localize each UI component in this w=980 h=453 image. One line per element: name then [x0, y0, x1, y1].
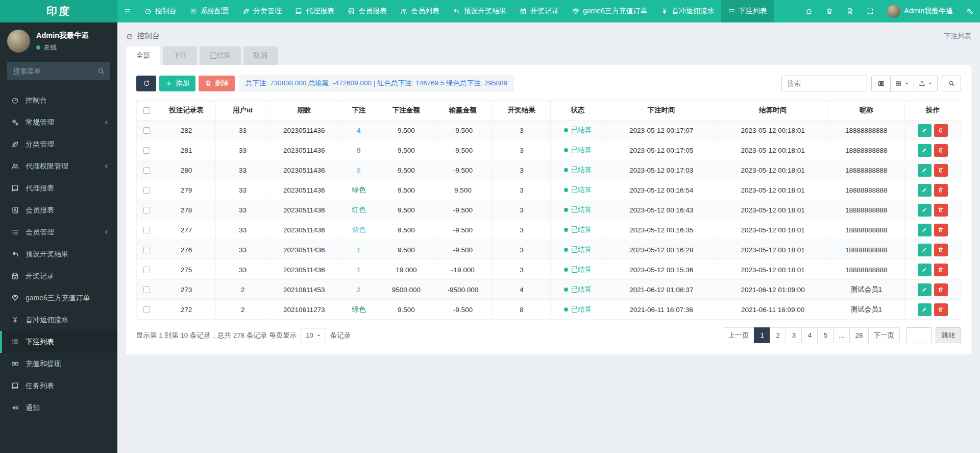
nav-item-agent-report[interactable]: 代理报表	[288, 0, 341, 22]
nav-item-game6-orders[interactable]: game6三方充值订单	[566, 0, 654, 22]
page-button-...[interactable]: ...	[833, 327, 850, 343]
page-button-上一页[interactable]: 上一页	[723, 327, 755, 343]
add-button[interactable]: 添加	[159, 76, 195, 91]
breadcrumb-left[interactable]: 控制台	[126, 31, 160, 41]
row-checkbox[interactable]	[143, 147, 150, 154]
nav-item-console[interactable]: 控制台	[138, 0, 183, 22]
sidebar-item-14[interactable]: 通知	[0, 397, 117, 419]
edit-button[interactable]	[918, 124, 932, 137]
delete-row-button[interactable]	[934, 264, 948, 276]
page-button-3[interactable]: 3	[786, 327, 802, 343]
cell-period: 20210611273	[270, 300, 338, 320]
page-button-4[interactable]: 4	[801, 327, 818, 343]
sidebar-item-8[interactable]: 开奖记录	[0, 265, 117, 287]
delete-row-button[interactable]	[934, 303, 948, 316]
tab-0[interactable]: 全部	[126, 46, 160, 65]
sidebar-item-3[interactable]: 代理权限管理	[0, 155, 117, 177]
edit-button[interactable]	[918, 164, 932, 177]
edit-button[interactable]	[918, 283, 932, 296]
row-checkbox[interactable]	[143, 167, 150, 174]
row-checkbox[interactable]	[143, 207, 150, 213]
delete-row-button[interactable]	[934, 144, 948, 157]
nav-item-first-charge[interactable]: 首冲返佣流水	[654, 0, 721, 22]
user-status-label: 在线	[44, 43, 57, 52]
page-size-select[interactable]: 10	[301, 328, 326, 343]
sidebar-item-5[interactable]: 会员报表	[0, 199, 117, 221]
nav-item-bet-list[interactable]: 下注列表	[721, 0, 774, 22]
edit-button[interactable]	[918, 244, 932, 256]
row-checkbox[interactable]	[143, 227, 150, 233]
sidebar-item-11[interactable]: 下注列表	[0, 331, 117, 353]
jump-page-input[interactable]	[906, 327, 932, 343]
nav-item-system-config[interactable]: 系统配置	[183, 0, 236, 22]
cache-button[interactable]	[840, 0, 860, 22]
tab-3[interactable]: 取消	[243, 46, 278, 65]
page-button-下一页[interactable]: 下一页	[868, 327, 900, 343]
settings-button[interactable]	[960, 0, 980, 22]
row-checkbox[interactable]	[143, 306, 150, 313]
nav-item-preset-result[interactable]: 预设开奖结果	[446, 0, 513, 22]
gem-icon	[572, 8, 579, 15]
edit-button[interactable]	[918, 204, 932, 217]
sidebar-item-12[interactable]: 充值和提现	[0, 353, 117, 375]
row-checkbox[interactable]	[143, 287, 150, 293]
edit-button[interactable]	[918, 303, 932, 316]
delete-row-button[interactable]	[934, 164, 948, 177]
row-checkbox[interactable]	[143, 187, 150, 194]
export-dropdown-button[interactable]	[914, 76, 938, 91]
status-badge: 已结算	[564, 146, 592, 155]
edit-button[interactable]	[918, 144, 932, 157]
trash-button[interactable]	[819, 0, 840, 22]
sidebar-item-2[interactable]: 分类管理	[0, 133, 117, 155]
sidebar-item-9[interactable]: game6三方充值订单	[0, 287, 117, 309]
sidebar-item-0[interactable]: 控制台	[0, 89, 117, 111]
sidebar-item-6[interactable]: 会员管理	[0, 221, 117, 243]
nav-item-member-list[interactable]: 会员列表	[394, 0, 446, 22]
delete-row-button[interactable]	[934, 124, 948, 137]
refresh-button[interactable]	[136, 76, 156, 91]
avatar	[7, 30, 30, 53]
search-button[interactable]	[942, 76, 961, 91]
row-checkbox[interactable]	[143, 267, 150, 273]
delete-row-button[interactable]	[934, 204, 948, 217]
sidebar-item-7[interactable]: 预设开奖结果	[0, 243, 117, 265]
delete-row-button[interactable]	[934, 244, 948, 256]
sidebar-item-1[interactable]: 常规管理	[0, 111, 117, 133]
nav-item-member-report[interactable]: 会员报表	[341, 0, 394, 22]
delete-row-button[interactable]	[934, 184, 948, 197]
sidebar-item-4[interactable]: 代理报表	[0, 177, 117, 199]
edit-button[interactable]	[918, 264, 932, 276]
nav-item-label: 控制台	[155, 7, 177, 16]
sidebar-item-10[interactable]: 首冲返佣流水	[0, 309, 117, 331]
cell-bet_time: 2021-06-12 01:06:37	[605, 280, 718, 300]
page-button-5[interactable]: 5	[817, 327, 834, 343]
sidebar-search-input[interactable]	[7, 62, 110, 80]
row-checkbox[interactable]	[143, 247, 150, 253]
edit-button[interactable]	[918, 224, 932, 236]
sidebar-toggle-button[interactable]	[117, 0, 138, 22]
brand-logo[interactable]: 印度	[0, 0, 117, 22]
column-header: 输赢金额	[433, 101, 493, 121]
search-input[interactable]	[781, 76, 867, 91]
page-button-1[interactable]: 1	[754, 327, 770, 343]
tab-2[interactable]: 已结算	[200, 46, 241, 65]
jump-button[interactable]: 跳转	[936, 327, 961, 343]
delete-row-button[interactable]	[934, 283, 948, 296]
row-checkbox[interactable]	[143, 127, 150, 134]
page-button-28[interactable]: 28	[849, 327, 868, 343]
edit-button[interactable]	[918, 184, 932, 197]
select-all-checkbox[interactable]	[143, 107, 150, 114]
delete-button[interactable]: 删除	[199, 76, 235, 91]
columns-dropdown-button[interactable]	[890, 76, 914, 91]
cell-win: -9.500	[433, 200, 493, 220]
page-button-2[interactable]: 2	[770, 327, 786, 343]
nav-item-draw-record[interactable]: 开奖记录	[513, 0, 566, 22]
delete-row-button[interactable]	[934, 224, 948, 236]
sidebar-item-13[interactable]: 任务列表	[0, 375, 117, 397]
nav-item-category[interactable]: 分类管理	[236, 0, 288, 22]
user-menu[interactable]: Admin我最牛逼	[880, 0, 960, 22]
home-button[interactable]	[799, 0, 819, 22]
fullscreen-button[interactable]	[860, 0, 880, 22]
tab-1[interactable]: 下注	[163, 46, 197, 65]
detail-view-button[interactable]	[871, 76, 891, 91]
